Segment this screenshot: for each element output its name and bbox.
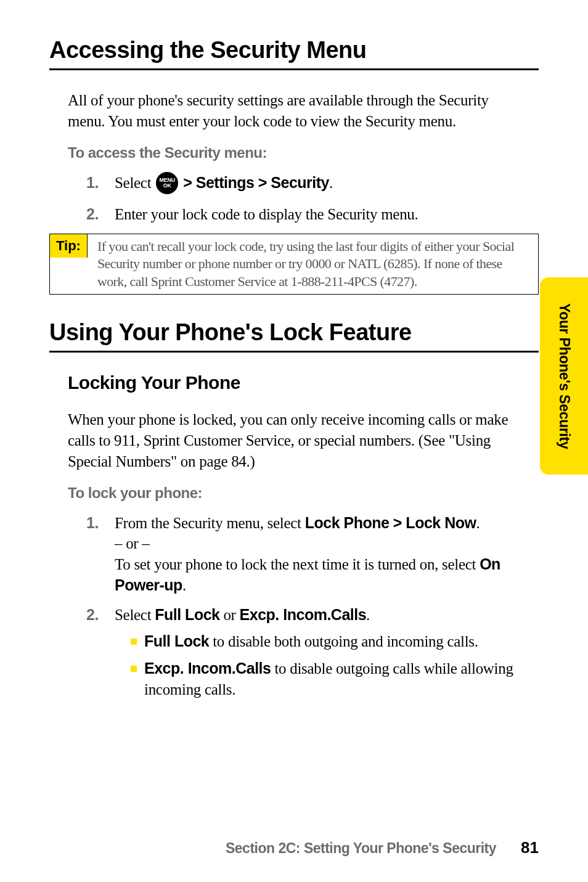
sublist-item-excp-incom: Excp. Incom.Calls to disable outgoing ca… (131, 658, 520, 700)
step-b2-bold2: Excp. Incom.Calls (240, 606, 366, 623)
step-b1-line2a: To set your phone to lock the next time … (115, 556, 480, 573)
title-underline (49, 68, 539, 70)
footer-page-number: 81 (521, 838, 539, 857)
step-b1-end2: . (182, 577, 186, 594)
intro-paragraph-a: All of your phone's security settings ar… (68, 90, 520, 132)
step-a2-text: Enter your lock code to display the Secu… (115, 204, 520, 225)
menu-ok-icon: MENU OK (156, 172, 178, 194)
step-b2-mid: or (219, 606, 239, 623)
step-b1-end1: . (476, 515, 480, 531)
heading-locking-your-phone: Locking Your Phone (49, 372, 539, 393)
heading-using-lock-feature: Using Your Phone's Lock Feature (49, 319, 539, 346)
step-b1-bold1: Lock Phone > Lock Now (305, 514, 476, 531)
step-b1-or: – or – (115, 535, 150, 552)
tip-label: Tip: (50, 234, 88, 258)
title-underline (49, 351, 539, 353)
step-a2: 2. Enter your lock code to display the S… (86, 204, 520, 225)
footer-section: Section 2C: Setting Your Phone's Securit… (226, 840, 496, 857)
step-number: 2. (86, 605, 115, 706)
sub-a-rest: to disable both outgoing and incoming ca… (209, 633, 478, 650)
step-a1: 1. Select MENU OK > Settings > Security. (86, 173, 520, 195)
step-a1-bold: > Settings > Security (183, 174, 329, 191)
tip-content: If you can't recall your lock code, try … (88, 234, 538, 295)
sublist-item-full-lock: Full Lock to disable both outgoing and i… (131, 631, 520, 652)
tip-box: Tip: If you can't recall your lock code,… (49, 234, 539, 295)
intro-paragraph-b: When your phone is locked, you can only … (68, 409, 520, 472)
step-b2-pre: Select (115, 606, 155, 623)
step-b1-pre: From the Security menu, select (115, 515, 305, 531)
to-lock-heading: To lock your phone: (68, 484, 520, 502)
sub-b-bold: Excp. Incom.Calls (144, 659, 271, 677)
step-number: 1. (86, 513, 115, 596)
bullet-icon (131, 639, 137, 645)
step-b2: 2. Select Full Lock or Excp. Incom.Calls… (86, 605, 520, 706)
sub-a-bold: Full Lock (144, 632, 209, 650)
step-number: 2. (86, 204, 115, 225)
bullet-icon (131, 666, 137, 672)
footer: Section 2C: Setting Your Phone's Securit… (0, 838, 588, 857)
step-b2-bold1: Full Lock (155, 606, 219, 623)
step-a1-pre: Select (115, 174, 155, 191)
step-b1: 1. From the Security menu, select Lock P… (86, 513, 520, 596)
heading-accessing-security-menu: Accessing the Security Menu (49, 37, 539, 63)
side-tab-label: Your Phone's Security (556, 303, 573, 449)
step-b2-end: . (366, 606, 370, 623)
step-a1-end: . (329, 174, 333, 191)
to-access-heading: To access the Security menu: (68, 144, 520, 161)
step-number: 1. (86, 173, 115, 195)
side-tab: Your Phone's Security (540, 277, 588, 475)
